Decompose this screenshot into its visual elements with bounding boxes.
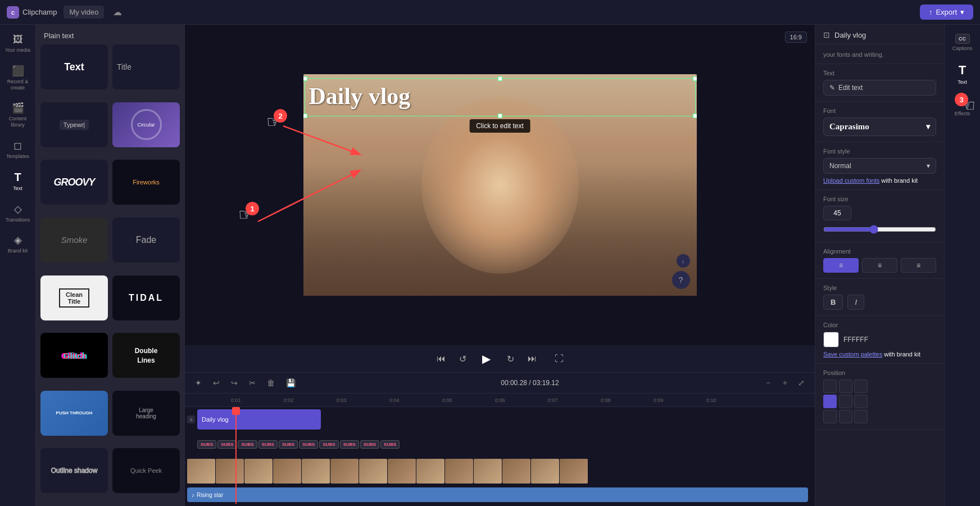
export-icon: ↑ [929, 8, 933, 16]
track-pause-icon[interactable]: ⏸ [187, 415, 195, 423]
font-selector[interactable]: Caprasimo ▾ [823, 118, 936, 136]
alignment-section: Alignment ≡ ≡ ≡ [815, 242, 944, 279]
sidebar-item-templates[interactable]: ◻ Templates [0, 135, 35, 164]
upload-fonts-link: Upload custom fonts with brand kit [823, 177, 936, 184]
playhead-handle[interactable] [232, 407, 240, 415]
transitions-icon: ◇ [14, 203, 22, 215]
panel-header: Plain text [36, 25, 184, 44]
template-push-through[interactable]: PUSH THROUGH [40, 391, 108, 436]
color-section: Color FFFFFF Save custom palettes with b… [815, 316, 944, 364]
skip-back-button[interactable]: ⏮ [434, 351, 448, 366]
sidebar-item-transitions[interactable]: ◇ Transitions [0, 198, 35, 228]
right-panel: ⊡ Daily vlog your fonts and writing. Tex… [815, 25, 944, 506]
audio-track[interactable]: ♪ Rising star [187, 487, 808, 502]
color-swatch[interactable] [823, 332, 839, 347]
sidebar-item-brand-kit[interactable]: ◈ Brand kit [0, 229, 35, 259]
text-tool-icon: T [959, 63, 966, 78]
undo-button[interactable]: ↩ [210, 377, 223, 389]
pos-mid-right[interactable] [854, 395, 868, 408]
pos-bot-center[interactable] [839, 410, 852, 423]
template-fade[interactable]: Fade [112, 218, 180, 263]
template-typewriter[interactable]: Typewr| [40, 102, 108, 147]
text-icon: T [14, 171, 21, 184]
template-outline-shadow[interactable]: Outline shadow [40, 448, 108, 493]
record-icon: ⬛ [12, 65, 24, 77]
template-tidal[interactable]: TIDAL [112, 275, 180, 320]
play-button[interactable]: ▶ [478, 350, 496, 368]
sidebar-item-effects[interactable]: ✦ Effects [945, 92, 980, 121]
rewind-button[interactable]: ↺ [457, 351, 469, 367]
save-button[interactable]: 💾 [283, 377, 299, 389]
subs-track: SUBS SUBS SUBS SUBS SUBS SUBS SUBS SUBS … [197, 440, 400, 449]
sidebar-item-your-media[interactable]: 🖼 Your media [0, 29, 35, 58]
aspect-ratio-badge: 16:9 [785, 31, 807, 43]
edit-tooltip: Click to edit text [469, 119, 530, 133]
font-size-slider-row [823, 225, 936, 236]
template-glitch[interactable]: Glitch [40, 333, 108, 378]
template-fireworks[interactable]: Fireworks [112, 160, 180, 205]
sidebar-item-content-library[interactable]: 🎬 Contentlibrary [0, 97, 35, 133]
cut-button[interactable]: ✂ [246, 377, 259, 389]
font-size-input[interactable] [823, 206, 851, 220]
edit-text-button[interactable]: ✎ Edit text [823, 80, 936, 96]
sidebar-item-record[interactable]: ⬛ Record &create [0, 60, 35, 96]
align-right-button[interactable]: ≡ [901, 258, 936, 273]
pos-top-left[interactable] [823, 379, 837, 393]
template-title[interactable]: Title [112, 44, 180, 89]
caption-preview: your fonts and writing. [815, 44, 944, 64]
pos-top-center[interactable] [839, 379, 852, 393]
delete-button[interactable]: 🗑 [264, 377, 278, 389]
badge-2: 2 [274, 109, 287, 123]
template-quick-peek[interactable]: Quick Peek [112, 448, 180, 493]
fit-to-window-button[interactable]: ⤢ [795, 377, 808, 389]
pos-mid-left[interactable] [823, 395, 837, 408]
text-track-row: ⏸ Daily vlog [185, 407, 815, 432]
video-preview: 16:9 Daily vlog [185, 25, 815, 345]
collapse-button[interactable]: ↓ [677, 254, 690, 268]
template-groovy[interactable]: GROOVY [40, 160, 108, 205]
bold-button[interactable]: B [823, 295, 843, 310]
topbar: C Clipchamp My video ☁ ↑ Export ▾ [0, 0, 980, 25]
timeline-toolbar: ✦ ↩ ↪ ✂ 🗑 💾 00:00.28 / 03:19.12 － ＋ ⤢ [185, 372, 815, 394]
cloud-save-icon: ☁ [113, 7, 122, 17]
fullscreen-button[interactable]: ⛶ [552, 351, 566, 366]
sub-badge: SUBS [197, 440, 216, 449]
video-track[interactable] [187, 458, 813, 484]
video-frame[interactable]: Daily vlog Click to edit text ? ↓ [303, 74, 697, 296]
italic-button[interactable]: I [847, 295, 864, 310]
pos-top-right[interactable] [854, 379, 868, 393]
sidebar-item-text[interactable]: T Text [0, 166, 35, 196]
video-title-overlay[interactable]: Daily vlog [309, 83, 691, 110]
zoom-in-button[interactable]: ＋ [778, 376, 792, 390]
template-double-lines[interactable]: Double Lines [112, 333, 180, 378]
timeline-ruler: 0:01 0:02 0:03 0:04 0:05 0:06 0:07 0:08 … [185, 394, 815, 407]
font-size-slider[interactable] [823, 225, 936, 234]
pos-bot-left[interactable] [823, 410, 837, 423]
add-track-button[interactable]: ✦ [192, 377, 205, 389]
color-label: Color [823, 322, 936, 328]
app-logo[interactable]: C Clipchamp [7, 6, 57, 19]
position-grid [823, 379, 868, 423]
template-text[interactable]: Text [40, 44, 108, 89]
caption-icon: ⊡ [823, 30, 830, 39]
sidebar-item-text-tool[interactable]: T Text [945, 58, 980, 90]
video-tab[interactable]: My video [63, 6, 104, 19]
template-circular[interactable]: Circular [112, 102, 180, 147]
template-large-heading[interactable]: Largeheading [112, 391, 180, 436]
pos-mid-center[interactable] [839, 395, 852, 408]
help-button[interactable]: ? [672, 271, 690, 289]
align-center-button[interactable]: ≡ [862, 258, 897, 273]
fast-forward-button[interactable]: ↻ [505, 351, 516, 367]
template-smoke[interactable]: Smoke [40, 218, 108, 263]
daily-vlog-track[interactable]: Daily vlog [197, 409, 321, 430]
redo-button[interactable]: ↪ [228, 377, 241, 389]
export-button[interactable]: ↑ Export ▾ [920, 4, 973, 20]
align-left-button[interactable]: ≡ [823, 258, 859, 273]
skip-forward-button[interactable]: ⏭ [525, 351, 539, 366]
template-clean-title[interactable]: Clean Title [40, 275, 108, 320]
sidebar-item-captions[interactable]: CC Captions [945, 29, 980, 56]
right-icon-sidebar: CC Captions T Text ✦ Effects ☞ 3 [944, 25, 980, 506]
font-style-selector[interactable]: Normal ▾ [823, 158, 936, 174]
pos-bot-right[interactable] [854, 410, 868, 423]
zoom-out-button[interactable]: － [761, 376, 775, 390]
